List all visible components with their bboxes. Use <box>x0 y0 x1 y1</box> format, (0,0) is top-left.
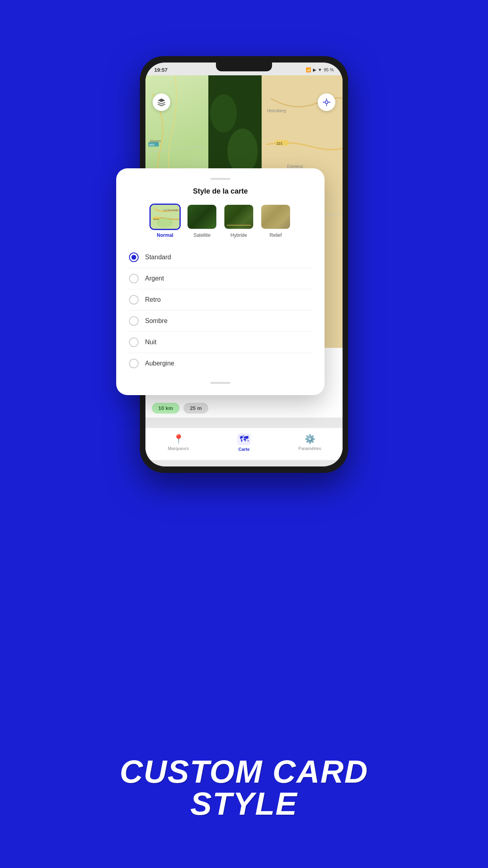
svg-rect-19 <box>276 140 288 145</box>
style-thumb-normal: E314 La Rochelle <box>149 204 181 230</box>
distance-chip-1[interactable]: 10 km <box>152 403 179 414</box>
footer-line1: CUSTOM CARD <box>0 756 488 788</box>
layers-icon <box>157 98 166 107</box>
location-button[interactable] <box>318 93 335 111</box>
style-label-relief: Relief <box>270 232 282 238</box>
radio-option-list: Standard Argent Retro Sombre Nuit Auberg… <box>127 247 313 374</box>
svg-text:N63: N63 <box>149 143 155 147</box>
style-thumb-relief <box>260 204 291 230</box>
radio-item-nuit[interactable]: Nuit <box>127 332 313 353</box>
radio-label-retro: Retro <box>145 296 161 303</box>
radio-item-standard[interactable]: Standard <box>127 247 313 268</box>
svg-point-30 <box>157 218 173 228</box>
style-label-normal: Normal <box>157 232 173 238</box>
status-icons: 📶 ▶ ▼ 95 % <box>306 67 334 73</box>
svg-text:Heinsberg: Heinsberg <box>267 109 286 113</box>
radio-circle-standard <box>129 252 139 262</box>
modal-bottom-handle <box>210 382 230 384</box>
battery-text: 95 % <box>324 67 334 72</box>
map-styles-row: E314 La Rochelle Normal Satellite Hybrid… <box>127 204 313 238</box>
radio-circle-retro <box>129 295 139 305</box>
distance-bar: 10 km 25 m <box>145 398 343 418</box>
style-label-hybride: Hybride <box>230 232 247 238</box>
svg-text:Maasm: Maasm <box>150 139 161 143</box>
location-target-icon <box>322 98 331 107</box>
radio-circle-aubergine <box>129 359 139 368</box>
carte-label: Carte <box>238 447 250 452</box>
svg-text:Erkelenz: Erkelenz <box>287 164 303 169</box>
radio-label-nuit: Nuit <box>145 339 156 346</box>
bottom-nav: 📍 Marqueurs 🗺 Carte ⚙️ Paramètres <box>145 428 343 460</box>
modal-drag-handle <box>210 178 230 180</box>
style-item-satellite[interactable]: Satellite <box>186 204 218 238</box>
svg-text:La Rochelle: La Rochelle <box>163 209 178 212</box>
style-thumb-hybride <box>223 204 254 230</box>
layer-button[interactable] <box>153 93 170 111</box>
radio-item-argent[interactable]: Argent <box>127 268 313 289</box>
nav-item-marqueurs[interactable]: 📍 Marqueurs <box>162 434 194 451</box>
svg-text:221: 221 <box>276 141 282 145</box>
location-icon: ▶ <box>313 67 316 73</box>
radio-item-sombre[interactable]: Sombre <box>127 311 313 332</box>
radio-item-retro[interactable]: Retro <box>127 289 313 311</box>
svg-point-13 <box>210 94 237 132</box>
modal-title: Style de la carte <box>127 187 313 196</box>
style-item-relief[interactable]: Relief <box>260 204 291 238</box>
radio-circle-sombre <box>129 316 139 326</box>
carte-icon: 🗺 <box>237 433 251 445</box>
radio-circle-argent <box>129 274 139 283</box>
parametres-label: Paramètres <box>298 446 321 451</box>
radio-label-standard: Standard <box>145 254 171 261</box>
radio-label-sombre: Sombre <box>145 317 167 325</box>
marqueurs-icon: 📍 <box>173 434 184 444</box>
nav-item-parametres[interactable]: ⚙️ Paramètres <box>294 434 326 451</box>
svg-point-24 <box>325 101 328 103</box>
svg-rect-9 <box>148 142 159 147</box>
radio-label-argent: Argent <box>145 275 164 282</box>
radio-item-aubergine[interactable]: Aubergine <box>127 353 313 374</box>
bluetooth-icon: 📶 <box>306 67 311 73</box>
svg-point-14 <box>228 129 258 174</box>
map-style-modal: Style de la carte E314 La Rochelle <box>116 168 325 395</box>
status-time: 19:57 <box>154 67 167 73</box>
footer-text: CUSTOM CARD STYLE <box>0 756 488 820</box>
radio-dot-standard <box>131 255 136 260</box>
radio-label-aubergine: Aubergine <box>145 360 174 367</box>
style-thumb-satellite <box>186 204 218 230</box>
parametres-icon: ⚙️ <box>304 434 315 444</box>
style-label-satellite: Satellite <box>194 232 211 238</box>
radio-circle-nuit <box>129 337 139 347</box>
wifi-icon: ▼ <box>318 67 322 72</box>
style-item-normal[interactable]: E314 La Rochelle Normal <box>149 204 181 238</box>
phone-notch <box>216 63 272 71</box>
nav-item-carte[interactable]: 🗺 Carte <box>228 433 260 452</box>
marqueurs-label: Marqueurs <box>168 446 189 451</box>
footer-line2: STYLE <box>0 788 488 820</box>
distance-chip-2[interactable]: 25 m <box>184 403 208 414</box>
style-item-hybride[interactable]: Hybride <box>223 204 254 238</box>
